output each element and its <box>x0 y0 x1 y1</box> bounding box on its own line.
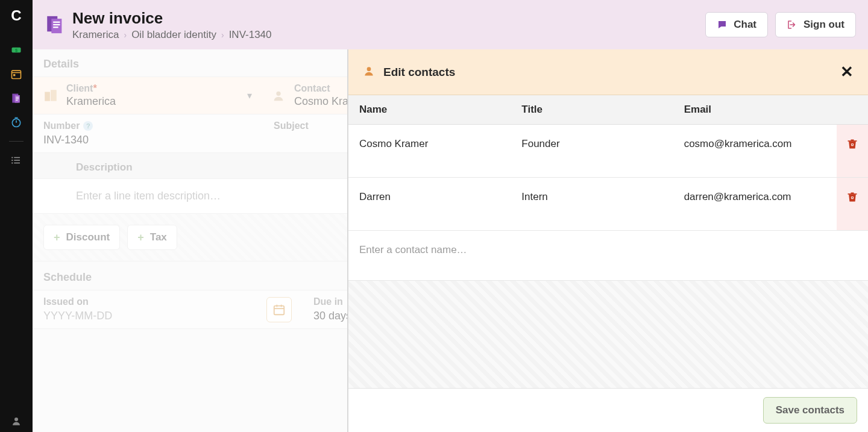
header-buttons: Chat Sign out <box>705 12 856 37</box>
title-block: New invoice Kramerica › Oil bladder iden… <box>72 9 705 41</box>
breadcrumb-item[interactable]: Kramerica <box>72 29 119 41</box>
nav-rail: C $ <box>0 0 33 432</box>
svg-point-32 <box>367 67 371 71</box>
panel-footer: Save contacts <box>348 388 868 432</box>
contact-email-cell[interactable]: cosmo@kramerica.com <box>673 125 837 177</box>
new-contact-actions <box>837 231 868 280</box>
panel-header: Edit contacts ✕ <box>348 49 868 95</box>
svg-rect-34 <box>848 140 857 142</box>
contact-title-cell[interactable]: Founder <box>511 125 673 177</box>
table-row-new: Enter a contact name… <box>348 231 868 281</box>
trash-icon[interactable] <box>846 191 858 206</box>
nav-timer-icon[interactable] <box>10 116 23 129</box>
breadcrumb-item[interactable]: INV-1340 <box>229 29 272 41</box>
chat-button-label: Chat <box>734 19 756 31</box>
chat-icon <box>717 19 728 30</box>
page-header: New invoice Kramerica › Oil bladder iden… <box>33 0 868 49</box>
svg-point-16 <box>11 157 13 158</box>
col-header-email: Email <box>673 95 837 124</box>
col-header-actions <box>837 95 868 124</box>
new-contact-name-input[interactable]: Enter a contact name… <box>348 231 511 280</box>
sign-out-button[interactable]: Sign out <box>775 12 856 37</box>
chat-button[interactable]: Chat <box>705 12 768 37</box>
nav-calendar-icon[interactable] <box>10 67 23 81</box>
contact-email-cell[interactable]: darren@kramerica.com <box>673 178 837 230</box>
contact-delete-cell <box>837 125 868 177</box>
new-contact-title-input[interactable] <box>511 231 673 280</box>
panel-title: Edit contacts <box>383 66 840 79</box>
col-header-title: Title <box>511 95 673 124</box>
col-header-name: Name <box>348 95 511 124</box>
new-contact-placeholder: Enter a contact name… <box>359 244 467 255</box>
svg-point-10 <box>12 119 20 127</box>
nav-user-icon[interactable] <box>10 419 23 432</box>
nav-invoice-icon[interactable] <box>10 92 23 105</box>
page-title: New invoice <box>72 9 705 28</box>
svg-point-19 <box>14 418 18 421</box>
svg-point-18 <box>11 162 13 163</box>
new-contact-email-input[interactable] <box>673 231 837 280</box>
svg-rect-4 <box>13 74 15 76</box>
svg-rect-2 <box>12 70 21 78</box>
contact-delete-cell <box>837 178 868 230</box>
nav-list-icon[interactable] <box>10 154 23 167</box>
table-header-row: Name Title Email <box>348 95 868 125</box>
contact-title-cell[interactable]: Intern <box>511 178 673 230</box>
close-icon[interactable]: ✕ <box>840 63 854 81</box>
nav-separator <box>9 141 24 142</box>
contacts-table: Name Title Email Cosmo Kramer Founder co… <box>348 95 868 281</box>
breadcrumb-item[interactable]: Oil bladder identity <box>131 29 216 41</box>
invoice-icon <box>45 14 65 35</box>
sign-out-icon <box>787 19 797 30</box>
table-row: Darren Intern darren@kramerica.com <box>348 178 868 231</box>
chevron-right-icon: › <box>124 30 127 40</box>
save-contacts-button[interactable]: Save contacts <box>763 397 857 424</box>
contact-name-cell[interactable]: Darren <box>348 178 511 230</box>
chevron-right-icon: › <box>221 30 224 40</box>
person-icon <box>363 65 375 80</box>
trash-icon[interactable] <box>846 138 858 153</box>
contact-name-cell[interactable]: Cosmo Kramer <box>348 125 511 177</box>
app-logo[interactable]: C <box>11 7 21 24</box>
sign-out-button-label: Sign out <box>804 19 844 31</box>
table-row: Cosmo Kramer Founder cosmo@kramerica.com <box>348 125 868 178</box>
svg-point-17 <box>11 160 13 161</box>
panel-fill <box>348 281 868 388</box>
svg-rect-21 <box>51 19 61 33</box>
nav-money-icon[interactable]: $ <box>10 43 23 57</box>
svg-rect-39 <box>848 193 857 195</box>
breadcrumb: Kramerica › Oil bladder identity › INV-1… <box>72 29 705 41</box>
edit-contacts-panel: Edit contacts ✕ Name Title Email Cosmo K… <box>347 49 868 432</box>
